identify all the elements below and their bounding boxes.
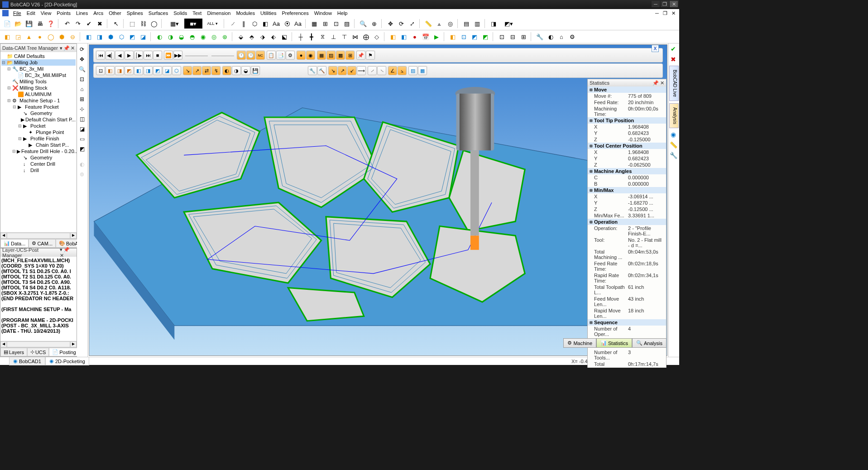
tool-2-icon[interactable]: 🔨 bbox=[317, 66, 326, 75]
view-1-icon[interactable]: ◧ bbox=[388, 32, 398, 42]
vtool-fit-icon[interactable]: ⊡ bbox=[77, 75, 86, 84]
snap-8-icon[interactable]: ◇ bbox=[372, 32, 382, 42]
modify-2-icon[interactable]: ◑ bbox=[165, 32, 175, 42]
tree-expand-icon[interactable]: ⊟ bbox=[12, 149, 16, 153]
side-tool-icon[interactable]: 🔧 bbox=[669, 151, 677, 159]
redo-icon[interactable]: ↷ bbox=[73, 19, 83, 29]
doc-tab-2[interactable]: ◉2D-Pocketing bbox=[45, 357, 89, 365]
section-1-icon[interactable]: ◐ bbox=[222, 66, 231, 75]
solid-cube-icon[interactable]: ◨ bbox=[489, 19, 499, 29]
reject-icon[interactable]: ✖ bbox=[669, 55, 677, 63]
solid-op-6-icon[interactable]: ◪ bbox=[138, 32, 148, 42]
menu-edit[interactable]: Edit bbox=[24, 10, 38, 17]
grid-1-icon[interactable]: ▦ bbox=[309, 19, 319, 29]
tree-expand-icon[interactable]: ⊟ bbox=[18, 124, 22, 128]
sim-rewind-start-icon[interactable]: ⏮ bbox=[96, 51, 105, 60]
tree-expand-icon[interactable]: ⊟ bbox=[12, 105, 17, 109]
sim-nc-icon[interactable]: NC bbox=[256, 51, 265, 60]
menu-lines[interactable]: Lines bbox=[73, 10, 91, 17]
vtool-pan-icon[interactable]: ✥ bbox=[77, 55, 86, 64]
mode-analysis-tab[interactable]: 🔍Analysis bbox=[632, 338, 667, 348]
menu-help[interactable]: Help bbox=[335, 10, 350, 17]
panel-pin-icon[interactable]: 📌 bbox=[63, 45, 70, 51]
sim-fast-fwd-2-icon[interactable]: ▶▶ bbox=[173, 51, 182, 60]
mdi-minimize-button[interactable]: ─ bbox=[653, 10, 661, 16]
text-mode-icon[interactable]: Aa bbox=[271, 19, 281, 29]
vtool-zoom-icon[interactable]: 🔍 bbox=[77, 65, 86, 74]
panel-pin-icon[interactable]: 📌 bbox=[63, 247, 70, 252]
tab-analysis-side[interactable]: Analysis bbox=[669, 103, 679, 128]
menu-points[interactable]: Points bbox=[54, 10, 73, 17]
menu-view[interactable]: View bbox=[38, 10, 54, 17]
snap-6-icon[interactable]: ⋈ bbox=[350, 32, 360, 42]
snap-3-icon[interactable]: ⧖ bbox=[317, 32, 327, 42]
menu-arcs[interactable]: Arcs bbox=[91, 10, 106, 17]
feature-4-icon[interactable]: ⬖ bbox=[269, 32, 278, 42]
move-tool-icon[interactable]: ✥ bbox=[385, 19, 395, 29]
angle-2-icon[interactable]: ⦣ bbox=[398, 66, 407, 75]
text-all-icon[interactable]: Aa bbox=[293, 19, 303, 29]
stats-group-header[interactable]: ⊟Machine Angles bbox=[588, 168, 666, 174]
mdi-close-button[interactable]: ✕ bbox=[670, 10, 677, 16]
stats-collapse-icon[interactable]: ⊟ bbox=[590, 220, 594, 224]
selection-mode-icon[interactable]: ▦▾ bbox=[165, 19, 183, 29]
view-cube-2-icon[interactable]: ◨ bbox=[115, 66, 124, 75]
menu-surfaces[interactable]: Surfaces bbox=[146, 10, 171, 17]
feature-1-icon[interactable]: ⬙ bbox=[236, 32, 246, 42]
modify-1-icon[interactable]: ◐ bbox=[154, 32, 164, 42]
stats-collapse-icon[interactable]: ⊟ bbox=[590, 321, 594, 325]
solid-dropdown-icon[interactable]: ◩▾ bbox=[499, 19, 518, 29]
tree-row[interactable]: 📄BC_3x_Mill.MillPst bbox=[1, 72, 76, 78]
tree-row[interactable]: ⊟🔧BC_3x_Mil bbox=[1, 66, 76, 72]
sim-settings-icon[interactable]: ⚙ bbox=[286, 51, 295, 60]
stats-group-header[interactable]: ⊟Move bbox=[588, 86, 666, 93]
section-save-icon[interactable]: 💾 bbox=[251, 66, 260, 75]
display-3-icon[interactable]: ⊞ bbox=[518, 32, 528, 42]
sim-fwd-end-icon[interactable]: ⏭ bbox=[144, 51, 153, 60]
solid-op-3-icon[interactable]: ⬢ bbox=[106, 32, 115, 42]
menu-text[interactable]: Text bbox=[190, 10, 204, 17]
sim-pin-icon[interactable]: 📌 bbox=[356, 51, 365, 60]
sim-grid-2-icon[interactable]: ▨ bbox=[326, 51, 336, 60]
modify-3-icon[interactable]: ◒ bbox=[176, 32, 186, 42]
section-2-icon[interactable]: ◑ bbox=[232, 66, 241, 75]
path-1-icon[interactable]: ↘ bbox=[328, 66, 337, 75]
cam-tree-body[interactable]: 📁CAM Defaults⊟📂Milling Job⊟🔧BC_3x_Mil📄BC… bbox=[0, 52, 77, 232]
type-mode-3-icon[interactable]: ⬡ bbox=[249, 19, 259, 29]
tree-expand-icon[interactable]: ⊟ bbox=[1, 60, 6, 65]
layer-1-icon[interactable]: ▤ bbox=[461, 19, 471, 29]
snap-4-icon[interactable]: ⊥ bbox=[328, 32, 338, 42]
toolpath-4-icon[interactable]: ↯ bbox=[211, 66, 221, 75]
tab-data[interactable]: 📊Data... bbox=[0, 239, 29, 248]
accept-icon[interactable]: ✔ bbox=[669, 45, 677, 53]
arrow-cursor-icon[interactable]: ↖ bbox=[111, 19, 121, 29]
layer-2-icon[interactable]: ▥ bbox=[472, 19, 482, 29]
scroll-right-icon[interactable]: ▶ bbox=[70, 233, 77, 239]
mode-machine-tab[interactable]: ⚙Machine bbox=[563, 338, 596, 348]
angle-1-icon[interactable]: ∠ bbox=[388, 66, 397, 75]
stock-cube-icon[interactable]: ◧ bbox=[2, 32, 12, 42]
sim-step-fwd-icon[interactable]: │▶ bbox=[134, 51, 143, 60]
match-mode-icon[interactable]: ⦿ bbox=[282, 19, 292, 29]
stats-collapse-icon[interactable]: ⊟ bbox=[590, 188, 594, 192]
cancel-icon[interactable]: ✖ bbox=[95, 19, 105, 29]
path-3-icon[interactable]: ↙ bbox=[347, 66, 356, 75]
tree-row[interactable]: 🔨Milling Tools bbox=[1, 78, 76, 85]
post-hscroll[interactable]: ◀▶ bbox=[0, 341, 77, 347]
sim-play-back-icon[interactable]: ◀ bbox=[115, 51, 124, 60]
stock-cylinder-icon[interactable]: ◲ bbox=[13, 32, 23, 42]
grid-2-icon[interactable]: ⊞ bbox=[320, 19, 330, 29]
tree-row[interactable]: ⊟❌Milling Stock bbox=[1, 85, 76, 91]
tree-row[interactable]: ↓Center Drill bbox=[1, 161, 76, 167]
toolpath-2-icon[interactable]: ↗ bbox=[192, 66, 201, 75]
view-cube-1-icon[interactable]: ◧ bbox=[106, 66, 115, 75]
solid-op-5-icon[interactable]: ◩ bbox=[127, 32, 137, 42]
vtool-axis-icon[interactable]: ⊹ bbox=[77, 105, 86, 114]
tree-expand-icon[interactable]: ⊟ bbox=[7, 67, 11, 71]
analyze-tool-icon[interactable]: ⟁ bbox=[434, 19, 444, 29]
snap-1-icon[interactable]: ┼ bbox=[296, 32, 306, 42]
sim-close-button[interactable]: X bbox=[652, 45, 659, 52]
scroll-left-icon[interactable]: ◀ bbox=[0, 341, 7, 347]
render-4-icon[interactable]: ◩ bbox=[480, 32, 490, 42]
selection-tool-icon[interactable]: ⬚ bbox=[127, 19, 137, 29]
